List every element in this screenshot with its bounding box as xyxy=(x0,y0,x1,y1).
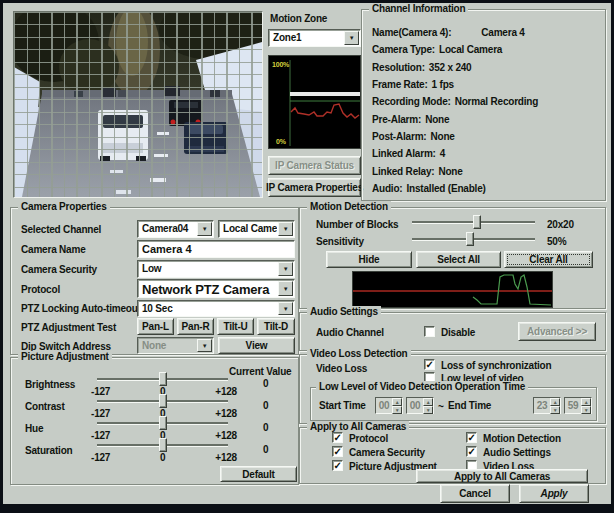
check-icon: ✓ xyxy=(333,460,341,471)
selected-channel-label: Selected Channel xyxy=(21,224,101,235)
apply-protocol-label: Protocol xyxy=(349,433,388,444)
spin-down-icon: ▼ xyxy=(581,406,591,414)
audio-channel-label: Audio Channel xyxy=(316,327,384,338)
audio-settings-group: Audio Settings Audio Channel Disable Adv… xyxy=(299,312,606,351)
camera-preview xyxy=(13,11,263,198)
apply-to-all-title: Apply to All Cameras xyxy=(307,421,409,432)
camera-setup-dialog: Motion Zone Zone1 ▼ 100% 0% IP Camera St… xyxy=(3,3,611,504)
start-time-label: Start Time xyxy=(319,400,366,411)
apply-audio-settings-checkbox[interactable]: ✓ xyxy=(466,446,477,457)
saturation-value: 0 xyxy=(263,444,268,455)
protocol-label: Protocol xyxy=(21,284,60,295)
number-of-blocks-slider[interactable] xyxy=(412,215,535,229)
apply-to-all-group: Apply to All Cameras ✓ Protocol ✓ Camera… xyxy=(299,427,606,484)
camera-security-label: Camera Security xyxy=(21,264,97,275)
apply-protocol-checkbox[interactable]: ✓ xyxy=(332,432,343,443)
motion-detection-group: Motion Detection Number of Blocks 20x20 … xyxy=(299,207,606,309)
slider-thumb[interactable] xyxy=(159,416,167,430)
apply-to-all-cameras-button[interactable]: Apply to All Cameras xyxy=(416,469,588,483)
motion-level-graph: 100% 0% xyxy=(268,55,361,149)
tilt-up-button[interactable]: Tilt-U xyxy=(217,318,254,335)
number-of-blocks-value: 20x20 xyxy=(547,219,574,230)
audio-settings-title: Audio Settings xyxy=(307,306,381,317)
apply-button[interactable]: Apply xyxy=(519,484,589,503)
dip-switch-select: None ▼ xyxy=(137,337,214,354)
apply-motion-detection-checkbox[interactable]: ✓ xyxy=(466,432,477,443)
hide-button[interactable]: Hide xyxy=(326,251,412,268)
video-loss-label: Video Loss xyxy=(316,363,367,374)
protocol-select[interactable]: Network PTZ Camera ▼ xyxy=(137,279,295,298)
check-icon: ✓ xyxy=(467,446,475,457)
motion-zone-grid[interactable] xyxy=(14,12,262,197)
saturation-slider[interactable] xyxy=(97,438,228,452)
check-icon: ✓ xyxy=(333,446,341,457)
brightness-value: 0 xyxy=(263,378,268,389)
hue-value: 0 xyxy=(263,422,268,433)
camera-properties-group: Camera Properties Selected Channel Camer… xyxy=(10,207,299,355)
loss-of-sync-checkbox[interactable]: ✓ xyxy=(424,359,435,370)
zone-select[interactable]: Zone1 ▼ xyxy=(268,29,361,47)
brightness-label: Brightness xyxy=(25,379,75,390)
slider-thumb[interactable] xyxy=(159,372,167,386)
spin-up-icon: ▲ xyxy=(423,398,433,406)
video-loss-group: Video Loss Detection Video Loss ✓ Loss o… xyxy=(299,354,606,424)
check-icon: ✓ xyxy=(467,432,475,443)
info-row-framerate: Frame Rate:1 fps xyxy=(372,76,601,93)
info-row-recording-mode: Recording Mode:Normal Recording xyxy=(372,93,601,110)
saturation-label: Saturation xyxy=(25,445,72,456)
pan-right-button[interactable]: Pan-R xyxy=(177,318,214,335)
tilt-down-button[interactable]: Tilt-D xyxy=(257,318,295,335)
cancel-button[interactable]: Cancel xyxy=(440,484,510,503)
apply-motion-detection-label: Motion Detection xyxy=(483,433,561,444)
view-button[interactable]: View xyxy=(218,337,295,354)
selected-channel-select[interactable]: Camera04 ▼ xyxy=(137,220,214,238)
ip-camera-properties-button[interactable]: IP Camera Properties xyxy=(268,178,361,197)
slider-thumb[interactable] xyxy=(473,215,481,229)
spin-down-icon: ▼ xyxy=(423,406,433,414)
apply-camera-security-checkbox[interactable]: ✓ xyxy=(332,446,343,457)
camera-security-select[interactable]: Low ▼ xyxy=(137,260,295,278)
check-icon: ✓ xyxy=(333,432,341,443)
detection-time-group: Low Level of Video Detection Operation T… xyxy=(310,387,597,421)
info-row-post-alarm: Post-Alarm:None xyxy=(372,128,601,145)
chevron-down-icon: ▼ xyxy=(278,262,293,276)
ptz-timeout-select[interactable]: 10 Sec ▼ xyxy=(137,300,295,317)
spin-up-icon: ▲ xyxy=(550,398,560,406)
motion-detection-title: Motion Detection xyxy=(307,201,391,212)
clear-all-button[interactable]: Clear All xyxy=(504,251,593,268)
slider-thumb[interactable] xyxy=(466,232,474,246)
contrast-slider[interactable] xyxy=(97,394,228,408)
ptz-timeout-label: PTZ Locking Auto-timeout xyxy=(21,303,141,314)
brightness-slider[interactable] xyxy=(97,372,228,386)
chevron-down-icon: ▼ xyxy=(278,222,293,236)
slider-thumb[interactable] xyxy=(159,394,167,408)
select-all-button[interactable]: Select All xyxy=(416,251,501,268)
disable-audio-checkbox[interactable] xyxy=(424,326,435,337)
chevron-down-icon: ▼ xyxy=(197,339,212,352)
start-hour-spinner: 00 ▲▼ xyxy=(375,397,403,414)
slider-thumb[interactable] xyxy=(159,438,167,452)
apply-picture-adjustment-checkbox[interactable]: ✓ xyxy=(332,460,343,471)
spin-up-icon: ▲ xyxy=(392,398,402,406)
contrast-value: 0 xyxy=(263,400,268,411)
ip-camera-status-button: IP Camera Status xyxy=(268,156,361,175)
sensitivity-slider[interactable] xyxy=(412,232,535,246)
graph-min-label: 0% xyxy=(276,138,287,145)
hue-slider[interactable] xyxy=(97,416,228,430)
camera-name-input[interactable] xyxy=(137,240,295,258)
sensitivity-label: Sensitivity xyxy=(316,236,364,247)
spin-down-icon: ▼ xyxy=(550,406,560,414)
pan-left-button[interactable]: Pan-L xyxy=(137,318,174,335)
chevron-down-icon: ▼ xyxy=(197,222,212,236)
end-time-label: End Time xyxy=(448,400,491,411)
camera-type-select[interactable]: Local Camera ▼ xyxy=(218,220,295,238)
info-row-linked-alarm: Linked Alarm:4 xyxy=(372,145,601,162)
graph-max-label: 100% xyxy=(272,61,290,68)
picture-adjustment-title: Picture Adjustment xyxy=(18,351,112,362)
start-minute-spinner: 00 ▲▼ xyxy=(406,397,434,414)
chevron-down-icon: ▼ xyxy=(278,281,293,296)
advanced-button: Advanced >> xyxy=(518,322,596,341)
picture-adjustment-group: Picture Adjustment Current Value Brightn… xyxy=(10,357,299,485)
current-value-header: Current Value xyxy=(229,366,291,377)
default-button[interactable]: Default xyxy=(220,466,297,482)
